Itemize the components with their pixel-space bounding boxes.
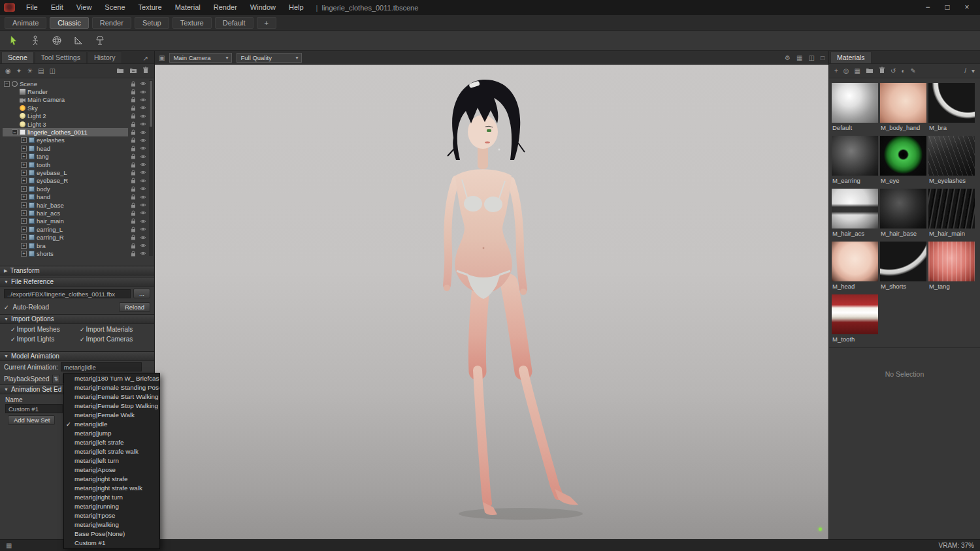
menu-item[interactable]: Help xyxy=(283,0,310,15)
visibility-icon[interactable] xyxy=(138,186,148,191)
add-object-icon[interactable]: ▤ xyxy=(38,68,44,74)
lock-icon[interactable] xyxy=(128,89,138,95)
lock-icon[interactable] xyxy=(128,97,138,102)
quality-select[interactable]: Full Quality ▾ xyxy=(237,53,302,63)
animation-menu-item[interactable]: metarig|left strafe walk xyxy=(64,447,159,456)
tree-row[interactable]: + head xyxy=(3,144,148,152)
material-tile[interactable]: M_eyelashes xyxy=(928,136,975,184)
tree-expander[interactable]: + xyxy=(21,186,27,192)
animation-menu-item[interactable]: metarig|right turn xyxy=(64,493,159,502)
visibility-icon[interactable] xyxy=(138,162,148,167)
workspace-tab[interactable]: Classic xyxy=(50,17,88,29)
add-sky-icon[interactable]: ☀ xyxy=(27,68,33,74)
paint-material-icon[interactable]: ✎ xyxy=(910,68,915,74)
menu-item[interactable]: Texture xyxy=(133,0,168,15)
viewport-3d[interactable]: ▣ Main Camera ▾ Full Quality ▾ ⚙ ▦ ◫ □ xyxy=(155,51,828,539)
rotate-tool-icon[interactable] xyxy=(49,33,65,48)
visibility-icon[interactable] xyxy=(138,202,148,208)
lock-icon[interactable] xyxy=(128,153,138,159)
tree-row[interactable]: + tang xyxy=(3,153,148,161)
visibility-icon[interactable] xyxy=(138,251,148,256)
tree-expander[interactable]: + xyxy=(21,218,27,224)
animation-menu-item[interactable]: metarig|Female Standing Pose xyxy=(64,383,159,392)
tree-expander[interactable]: − xyxy=(4,81,10,87)
scale-tool-icon[interactable] xyxy=(71,33,86,48)
material-tile[interactable]: M_body_hand xyxy=(880,83,926,131)
material-tile[interactable]: M_hair_acs xyxy=(832,189,878,237)
visibility-icon[interactable] xyxy=(138,219,148,224)
viewport-maximize-icon[interactable]: □ xyxy=(821,54,825,61)
lock-icon[interactable] xyxy=(128,162,138,168)
left-panel-tab[interactable]: History xyxy=(88,52,122,63)
viewport-split-icon[interactable]: ◫ xyxy=(809,54,815,61)
material-tile[interactable]: M_head xyxy=(832,242,878,290)
material-tile[interactable]: M_shorts xyxy=(880,242,926,290)
add-camera-icon[interactable]: ◉ xyxy=(5,68,11,74)
close-button[interactable]: × xyxy=(958,0,976,15)
visibility-icon[interactable] xyxy=(138,105,148,110)
visibility-icon[interactable] xyxy=(138,154,148,159)
add-external-icon[interactable]: ◫ xyxy=(50,68,56,74)
lock-icon[interactable] xyxy=(128,170,138,176)
tree-expander[interactable]: + xyxy=(21,146,27,151)
menu-item[interactable]: Edit xyxy=(45,0,69,15)
tree-expander[interactable]: + xyxy=(21,227,27,232)
material-tile[interactable]: Default xyxy=(832,83,878,131)
tree-expander[interactable]: − xyxy=(12,129,18,135)
lock-icon[interactable] xyxy=(128,210,138,216)
menu-item[interactable]: View xyxy=(71,0,98,15)
lock-icon[interactable] xyxy=(128,146,138,151)
file-reference-section-header[interactable]: ▼ File Reference xyxy=(0,277,154,287)
visibility-icon[interactable] xyxy=(138,114,148,119)
tree-row[interactable]: − Scene xyxy=(3,80,148,87)
lock-icon[interactable] xyxy=(128,186,138,192)
fbx-path-field[interactable]: ../export/FBX/lingerie_clothes_0011.fbx xyxy=(4,289,131,298)
visibility-icon[interactable] xyxy=(138,227,148,232)
animation-menu-item[interactable]: metarig|jump xyxy=(64,429,159,438)
lock-icon[interactable] xyxy=(128,129,138,135)
material-tile[interactable]: M_bra xyxy=(928,83,975,131)
visibility-icon[interactable] xyxy=(138,97,148,102)
animation-menu-item[interactable]: metarig|180 Turn W_ Briefcase xyxy=(64,374,159,383)
menu-item[interactable]: Render xyxy=(208,0,243,15)
tree-row[interactable]: Render xyxy=(3,87,148,95)
tree-row[interactable]: − lingerie_clothes_0011 xyxy=(3,128,148,136)
lock-icon[interactable] xyxy=(128,194,138,200)
tree-row[interactable]: + hair_main xyxy=(3,217,148,225)
new-folder-icon[interactable] xyxy=(116,67,124,75)
lock-icon[interactable] xyxy=(128,121,138,127)
lock-icon[interactable] xyxy=(128,113,138,119)
visibility-icon[interactable] xyxy=(138,138,148,143)
delete-material-icon[interactable] xyxy=(879,67,885,75)
material-tile[interactable]: M_eye xyxy=(880,136,926,184)
animation-menu-item[interactable]: metarig|right strafe xyxy=(64,475,159,484)
visibility-icon[interactable] xyxy=(138,243,148,248)
visibility-icon[interactable] xyxy=(138,210,148,215)
select-tool-icon[interactable] xyxy=(6,33,22,48)
visibility-icon[interactable] xyxy=(138,178,148,183)
tree-row[interactable]: Sky xyxy=(3,104,148,112)
add-material-icon[interactable]: + xyxy=(834,68,838,74)
visibility-icon[interactable] xyxy=(138,130,148,135)
maximize-button[interactable]: □ xyxy=(938,0,956,15)
import-option[interactable]: ✓ Import Cameras xyxy=(80,336,149,343)
lock-icon[interactable] xyxy=(128,105,138,111)
material-tile[interactable]: M_earring xyxy=(832,136,878,184)
animation-menu-item[interactable]: metarig|Female Walk xyxy=(64,411,159,420)
material-tile[interactable]: M_hair_main xyxy=(928,189,975,237)
tree-expander[interactable]: + xyxy=(21,251,27,257)
visibility-icon[interactable] xyxy=(138,170,148,175)
tree-row[interactable]: Main Camera xyxy=(3,96,148,104)
lock-icon[interactable] xyxy=(128,178,138,183)
animation-menu-item[interactable]: metarig|Tpose xyxy=(64,511,159,520)
group-folder-icon[interactable] xyxy=(129,67,137,75)
material-folder-icon[interactable] xyxy=(866,67,874,75)
visibility-icon[interactable] xyxy=(138,235,148,240)
animation-menu-item[interactable]: metarig|walking xyxy=(64,520,159,529)
workspace-tab[interactable]: Setup xyxy=(135,17,169,29)
animation-menu-item[interactable]: ✓ metarig|idle xyxy=(64,420,159,429)
menu-item[interactable]: Window xyxy=(244,0,282,15)
workspace-tab[interactable]: Texture xyxy=(172,17,212,29)
tree-expander[interactable]: + xyxy=(21,153,27,159)
visibility-icon[interactable] xyxy=(138,146,148,151)
